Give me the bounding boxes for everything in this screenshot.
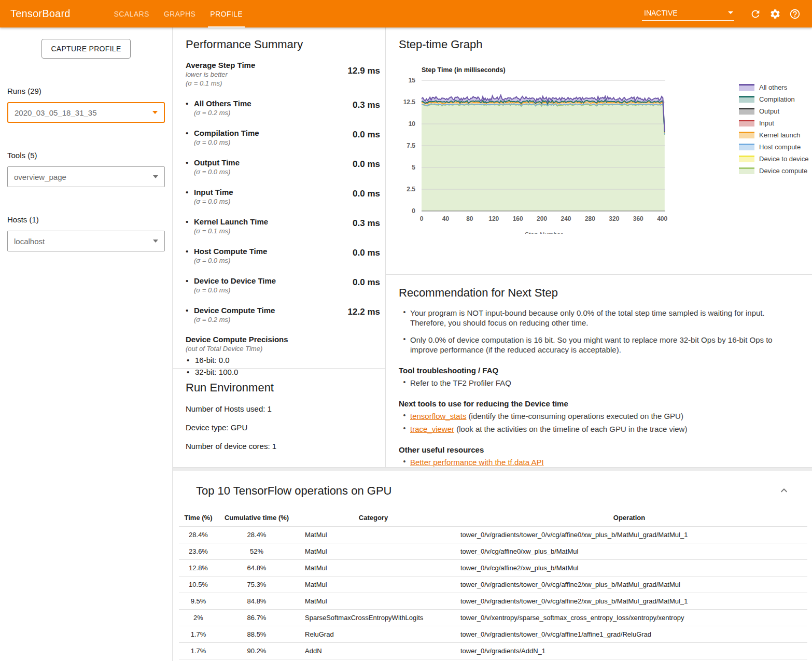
average-step-time-sigma: (σ = 0.1 ms) [186, 79, 318, 87]
resource-link[interactable]: Better performance with the tf.data API [410, 458, 544, 467]
table-row[interactable]: 28.4%28.4%MatMultower_0/v/gradients/towe… [179, 527, 807, 543]
tool-link[interactable]: trace_viewer [410, 425, 454, 433]
category-cell: MatMul [296, 560, 451, 576]
metric-sigma: (σ = 0.0 ms) [194, 168, 318, 176]
operation-cell: tower_0/v/gradients/tower_0/v/cg/affine0… [451, 527, 807, 543]
svg-text:240: 240 [561, 215, 571, 222]
reload-status-value: INACTIVE [644, 9, 678, 17]
capture-profile-button[interactable]: CAPTURE PROFILE [41, 39, 130, 59]
metric-sigma: (σ = 0.0 ms) [194, 257, 318, 264]
category-cell: AddN [296, 643, 451, 659]
table-row[interactable]: 9.5%84.8%MatMultower_0/v/gradients/tower… [179, 593, 807, 610]
legend-label: Kernel launch [759, 131, 801, 139]
metric-sigma: (σ = 0.2 ms) [194, 316, 318, 324]
metric-sigma: (σ = 0.0 ms) [194, 286, 318, 294]
settings-gear-icon[interactable] [769, 8, 781, 20]
table-row[interactable]: 1.7%88.5%ReluGradtower_0/v/gradients/tow… [179, 626, 807, 643]
legend-swatch [739, 144, 754, 150]
metric-list: •All Others Time(σ = 0.2 ms)0.3 ms•Compi… [186, 99, 385, 324]
operation-cell: tower_0/v/gradients/AddN_1 [451, 643, 807, 659]
runs-dropdown[interactable]: 2020_03_05_18_31_35 [7, 102, 165, 123]
section-divider [173, 467, 812, 471]
svg-text:15: 15 [409, 77, 416, 84]
faq-title: Tool troubleshooting / FAQ [399, 366, 797, 375]
bullet-icon: • [399, 308, 410, 328]
table-row[interactable]: 2%86.7%SparseSoftmaxCrossEntropyWithLogi… [179, 610, 807, 626]
legend-item: Kernel launch [739, 131, 808, 139]
table-row[interactable]: 12.8%64.8%MatMultower_0/v/cg/affine2/xw_… [179, 560, 807, 576]
reload-status-dropdown[interactable]: INACTIVE [642, 7, 734, 21]
metric-labels: Input Time(σ = 0.0 ms) [194, 188, 318, 205]
svg-text:120: 120 [488, 215, 499, 222]
table-row[interactable]: 10.5%75.3%MatMultower_0/v/gradients/towe… [179, 576, 807, 593]
category-cell: MatMul [296, 576, 451, 593]
legend-band [739, 133, 754, 138]
cumulative-cell: 84.8% [218, 593, 296, 610]
metric-labels: Device Compute Time(σ = 0.2 ms) [194, 306, 318, 324]
cumulative-cell: 52% [218, 543, 296, 560]
operation-cell: tower_0/v/gradients/tower_0/v/cg/affine2… [451, 593, 807, 610]
other-resource-item: •Better performance with the tf.data API [399, 457, 797, 467]
svg-text:0: 0 [412, 207, 415, 215]
recommendation-title: Recommendation for Next Step [399, 286, 797, 300]
metric-value: 0.0 ms [318, 277, 380, 294]
legend-label: Device to device [759, 155, 808, 163]
bullet-icon: • [186, 217, 194, 235]
precisions-note: (out of Total Device Time) [186, 345, 385, 353]
recommendation-bullet: •Only 0.0% of device computation is 16 b… [399, 335, 797, 355]
time-cell: 2% [179, 610, 218, 626]
category-cell: MatMul [296, 543, 451, 560]
other-resources-title: Other useful resources [399, 445, 797, 454]
tab-graphs[interactable]: GRAPHS [157, 0, 203, 27]
bullet-icon: • [186, 188, 194, 205]
table-row[interactable]: 1.7%91.9%ApplyGradientDescentappend_appl… [179, 659, 807, 661]
time-cell: 1.7% [179, 659, 218, 661]
table-row[interactable]: 1.7%90.2%AddNtower_0/v/gradients/AddN_1 [179, 643, 807, 659]
svg-text:360: 360 [633, 215, 643, 222]
category-cell: ApplyGradientDescent [296, 659, 451, 661]
recommendation-text: Your program is NOT input-bound because … [410, 308, 797, 328]
metric-label: Output Time [194, 158, 318, 167]
bullet-icon: • [186, 247, 194, 264]
tools-dropdown-value: overview_page [14, 173, 66, 181]
average-step-time-block: Average Step Time lower is better (σ = 0… [186, 61, 385, 87]
cumulative-cell: 88.5% [218, 626, 296, 643]
metric-label: Compilation Time [194, 129, 318, 137]
bullet-icon: • [186, 158, 194, 176]
tools-dropdown[interactable]: overview_page [7, 166, 165, 187]
column-header: Time (%) [179, 510, 218, 527]
cumulative-cell: 86.7% [218, 610, 296, 626]
tab-scalars[interactable]: SCALARS [107, 0, 157, 27]
svg-text:0: 0 [420, 215, 424, 222]
help-icon[interactable] [789, 8, 801, 20]
legend-band [739, 157, 754, 162]
main-content: Performance Summary Average Step Time lo… [173, 27, 812, 661]
svg-text:400: 400 [657, 215, 667, 222]
svg-text:80: 80 [466, 215, 473, 222]
chevron-up-icon[interactable] [778, 484, 791, 498]
step-time-chart-canvas[interactable]: 02.557.51012.515040801201602002402803203… [399, 65, 735, 234]
legend-label: Compilation [759, 95, 795, 103]
refresh-icon[interactable] [749, 8, 762, 20]
top-ops-table: Time (%)Cumulative time (%)CategoryOpera… [179, 510, 807, 661]
operation-cell: tower_0/v/cg/affine0/xw_plus_b/MatMul [451, 543, 807, 560]
performance-summary-title: Performance Summary [186, 38, 385, 51]
tab-profile[interactable]: PROFILE [203, 0, 250, 27]
metric-label: All Others Time [194, 99, 318, 108]
legend-swatch [739, 132, 754, 138]
table-row[interactable]: 23.6%52%MatMultower_0/v/cg/affine0/xw_pl… [179, 543, 807, 560]
metric-labels: Compilation Time(σ = 0.0 ms) [194, 129, 318, 146]
bullet-icon: • [399, 457, 410, 467]
hosts-dropdown[interactable]: localhost [7, 231, 165, 251]
svg-text:10: 10 [409, 120, 416, 128]
metric-sigma: (σ = 0.1 ms) [194, 227, 318, 235]
metric-value: 0.0 ms [318, 189, 380, 205]
metric-sigma: (σ = 0.0 ms) [194, 138, 318, 146]
legend-band [739, 169, 754, 174]
category-cell: SparseSoftmaxCrossEntropyWithLogits [296, 610, 451, 626]
bullet-icon: • [399, 411, 410, 421]
run-environment-lines: Number of Hosts used: 1Device type: GPUN… [186, 404, 385, 451]
tool-link[interactable]: tensorflow_stats [410, 412, 466, 420]
next-tool-item: •trace_viewer (look at the activities on… [399, 424, 797, 434]
legend-item: Compilation [739, 95, 808, 103]
